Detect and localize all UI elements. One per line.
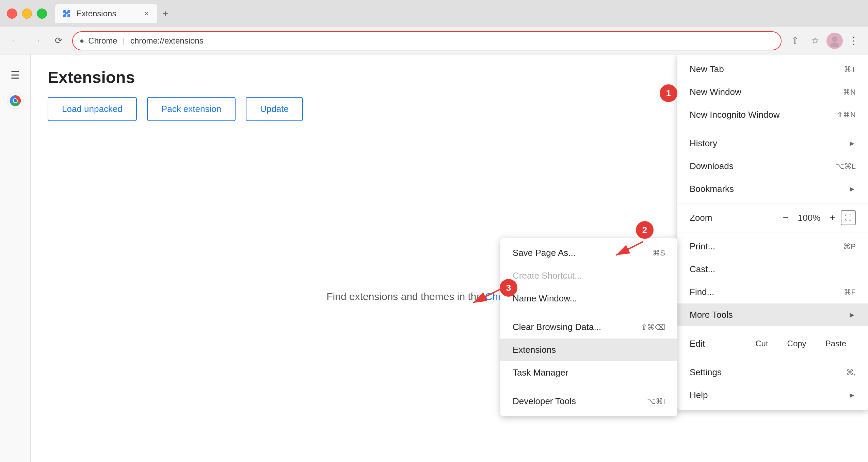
submenu-item-clear-browsing[interactable]: Clear Browsing Data... ⇧⌘⌫	[500, 316, 677, 339]
menu-item-zoom-label: Zoom	[690, 213, 777, 223]
tab-favicon-icon	[62, 9, 71, 18]
submenu-item-task-manager-label: Task Manager	[513, 367, 568, 378]
chrome-logo-icon	[6, 92, 24, 110]
menu-item-downloads-shortcut: ⌥⌘L	[836, 162, 856, 171]
submenu-item-create-shortcut: Create Shortcut...	[500, 264, 677, 287]
back-button[interactable]: ←	[7, 33, 23, 49]
load-unpacked-button[interactable]: Load unpacked	[48, 97, 137, 121]
cut-button[interactable]: Cut	[746, 335, 777, 352]
menu-item-new-window[interactable]: New Window ⌘N	[677, 81, 868, 103]
active-tab[interactable]: Extensions ✕	[55, 4, 157, 23]
submenu-item-save-page[interactable]: Save Page As... ⌘S	[500, 242, 677, 264]
title-bar: Extensions ✕ + ▾	[0, 0, 868, 27]
close-button[interactable]	[7, 9, 17, 19]
svg-rect-0	[63, 10, 66, 13]
menu-item-more-tools[interactable]: More Tools ►	[677, 303, 868, 326]
menu-item-cast-label: Cast...	[690, 264, 715, 275]
menu-divider-3	[677, 232, 868, 232]
menu-item-new-tab-shortcut: ⌘T	[844, 65, 856, 74]
menu-divider-5	[677, 358, 868, 358]
menu-item-help[interactable]: Help ►	[677, 384, 868, 407]
menu-item-new-tab-label: New Tab	[690, 64, 724, 75]
menu-item-more-tools-label: More Tools	[690, 310, 733, 320]
maximize-button[interactable]	[37, 9, 47, 19]
menu-item-print-shortcut: ⌘P	[843, 242, 856, 251]
step-badge-3: 3	[500, 279, 517, 297]
submenu-item-extensions-label: Extensions	[513, 345, 556, 355]
submenu-divider-2	[500, 387, 677, 387]
menu-item-bookmarks-label: Bookmarks	[690, 184, 734, 194]
page-title: Extensions	[48, 68, 135, 87]
menu-divider-1	[677, 129, 868, 129]
menu-item-new-window-shortcut: ⌘N	[843, 88, 856, 97]
menu-item-help-label: Help	[690, 390, 708, 400]
submenu-item-developer-tools-label: Developer Tools	[513, 396, 576, 407]
menu-item-downloads-label: Downloads	[690, 161, 734, 171]
menu-item-new-tab[interactable]: New Tab ⌘T	[677, 58, 868, 81]
pack-extension-button[interactable]: Pack extension	[147, 97, 236, 121]
svg-rect-1	[67, 10, 70, 13]
paste-button[interactable]: Paste	[816, 335, 856, 352]
menu-item-new-incognito[interactable]: New Incognito Window ⇧⌘N	[677, 103, 868, 126]
submenu-item-clear-browsing-shortcut: ⇧⌘⌫	[641, 323, 665, 332]
menu-item-print[interactable]: Print... ⌘P	[677, 235, 868, 258]
submenu-item-name-window[interactable]: Name Window...	[500, 287, 677, 310]
zoom-plus-button[interactable]: +	[824, 210, 841, 226]
svg-point-5	[830, 43, 839, 47]
tab-title: Extensions	[76, 9, 138, 18]
menu-item-bookmarks[interactable]: Bookmarks ►	[677, 178, 868, 200]
menu-item-find-label: Find...	[690, 287, 714, 297]
update-button[interactable]: Update	[246, 97, 303, 121]
share-button[interactable]: ⇧	[787, 33, 803, 49]
submenu-item-extensions[interactable]: Extensions	[500, 339, 677, 361]
menu-item-history[interactable]: History ►	[677, 132, 868, 155]
profile-avatar-icon	[828, 34, 841, 47]
chrome-logo	[6, 92, 24, 111]
submenu-item-developer-tools-shortcut: ⌥⌘I	[647, 397, 665, 406]
menu-item-new-window-label: New Window	[690, 87, 741, 97]
zoom-fullscreen-button[interactable]: ⛶	[841, 210, 856, 225]
browser-window: Extensions ✕ + ▾ ← → ⟳ ● Chrome | chrome…	[0, 0, 868, 462]
svg-rect-2	[63, 14, 66, 17]
menu-arrow-bookmarks: ►	[848, 185, 856, 194]
submenu-item-developer-tools[interactable]: Developer Tools ⌥⌘I	[500, 390, 677, 413]
chrome-menu: New Tab ⌘T New Window ⌘N New Incognito W…	[677, 54, 868, 410]
security-icon: ●	[80, 36, 84, 45]
menu-item-edit: Edit Cut Copy Paste	[677, 332, 868, 355]
step-badge-1: 1	[660, 84, 677, 102]
menu-item-history-label: History	[690, 138, 717, 149]
bookmark-button[interactable]: ☆	[807, 33, 823, 49]
menu-item-cast[interactable]: Cast...	[677, 258, 868, 281]
menu-item-edit-label: Edit	[690, 339, 746, 349]
chrome-menu-button[interactable]: ⋮	[846, 35, 861, 46]
menu-arrow-help: ►	[848, 391, 856, 400]
submenu-item-task-manager[interactable]: Task Manager	[500, 361, 677, 384]
toolbar: ← → ⟳ ● Chrome | chrome://extensions ⇧ ☆…	[0, 27, 868, 54]
address-brand: Chrome	[88, 36, 117, 46]
menu-item-downloads[interactable]: Downloads ⌥⌘L	[677, 155, 868, 178]
submenu-item-name-window-label: Name Window...	[513, 293, 577, 304]
sidebar-menu-button[interactable]: ☰	[5, 65, 26, 85]
tab-close-button[interactable]: ✕	[142, 10, 150, 18]
step-badge-2: 2	[636, 221, 654, 239]
menu-item-settings[interactable]: Settings ⌘,	[677, 361, 868, 384]
red-arrow-2	[609, 238, 650, 259]
reload-button[interactable]: ⟳	[50, 33, 67, 49]
profile-button[interactable]	[826, 33, 843, 49]
zoom-minus-button[interactable]: −	[777, 210, 794, 226]
new-tab-button[interactable]: +	[157, 5, 174, 22]
sidebar: ☰	[0, 54, 31, 462]
submenu-item-save-page-shortcut: ⌘S	[653, 249, 665, 258]
submenu-item-clear-browsing-label: Clear Browsing Data...	[513, 322, 601, 332]
menu-item-find[interactable]: Find... ⌘F	[677, 281, 868, 303]
address-bar[interactable]: ● Chrome | chrome://extensions	[72, 31, 782, 50]
minimize-button[interactable]	[22, 9, 32, 19]
page-content: ☰ Extensions 🔍	[0, 54, 868, 462]
copy-button[interactable]: Copy	[778, 335, 816, 352]
menu-divider-4	[677, 329, 868, 329]
traffic-lights	[7, 9, 47, 19]
forward-button[interactable]: →	[29, 33, 45, 49]
svg-point-4	[832, 36, 837, 42]
zoom-value: 100%	[794, 213, 824, 223]
menu-item-find-shortcut: ⌘F	[844, 288, 856, 297]
